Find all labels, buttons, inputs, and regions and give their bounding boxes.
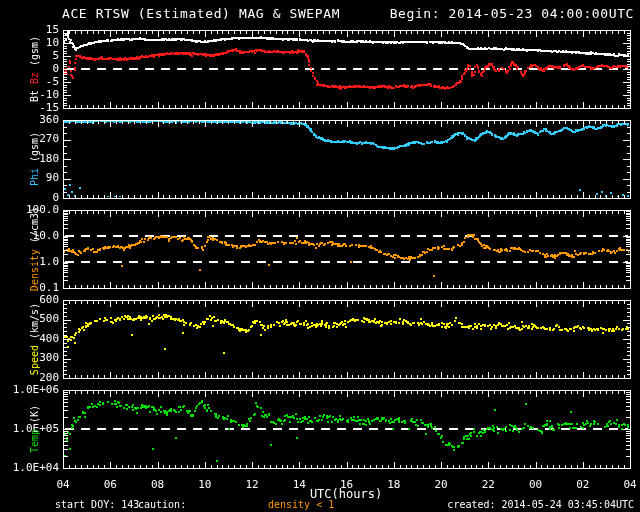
start-doy-label: start DOY: 143 — [55, 499, 139, 510]
y-axis-label-part: Bz — [29, 72, 40, 84]
y-axis-label-part: Bt — [29, 90, 40, 102]
page-title: ACE RTSW (Estimated) MAG & SWEPAM — [62, 6, 340, 21]
y-axis-label-part: (gsm) — [29, 132, 40, 162]
y-axis-label-part: Speed — [29, 345, 40, 375]
y-axis-label-part: Density — [29, 249, 40, 291]
y-axis-label-part: (/cm3) — [29, 207, 40, 243]
y-axis-label-part: Temp — [29, 429, 40, 453]
y-axis-label-density: Density(/cm3) — [26, 210, 42, 288]
y-axis-label-part: Phi — [29, 168, 40, 186]
y-axis-label-part: (km/s) — [29, 303, 40, 339]
begin-timestamp: Begin: 2014-05-23 04:00:00UTC — [390, 6, 634, 21]
caution-value: density < 1 — [268, 499, 334, 510]
y-axis-label-phi: Phi(gsm) — [26, 120, 42, 198]
y-axis-label-speed: Speed(km/s) — [26, 300, 42, 378]
y-axis-label-temp: Temp(K) — [26, 390, 42, 468]
plot-canvas — [0, 0, 640, 512]
y-axis-label-bt-bz: BtBz(gsm) — [26, 30, 42, 108]
created-timestamp: created: 2014-05-24 03:45:04UTC — [447, 499, 634, 510]
y-axis-label-part: (gsm) — [29, 36, 40, 66]
y-axis-label-part: (K) — [29, 405, 40, 423]
caution-label: caution: — [138, 499, 186, 510]
ace-rtsw-plot: ACE RTSW (Estimated) MAG & SWEPAM Begin:… — [0, 0, 640, 512]
